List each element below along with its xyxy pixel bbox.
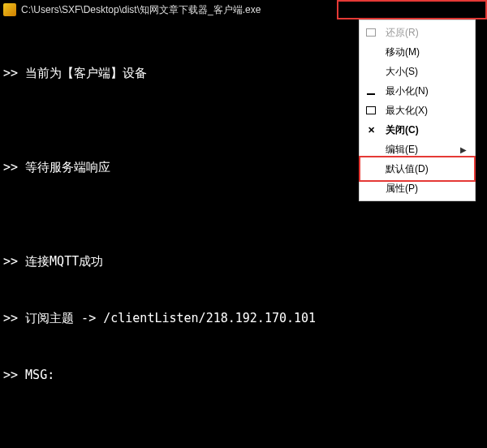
app-icon xyxy=(3,3,16,16)
menu-label: 还原(R) xyxy=(386,26,467,40)
maximize-icon xyxy=(364,104,377,117)
menu-label: 属性(P) xyxy=(386,182,467,196)
menu-item-close[interactable]: 关闭(C) xyxy=(360,120,475,140)
menu-item-defaults[interactable]: 默认值(D) xyxy=(360,159,475,179)
menu-item-maximize[interactable]: 最大化(X) xyxy=(360,101,475,120)
window-context-menu: 还原(R) 移动(M) 大小(S) 最小化(N) 最大化(X) 关闭(C) 编辑… xyxy=(359,19,476,201)
blank-icon xyxy=(364,45,377,58)
menu-label: 编辑(E) xyxy=(386,143,452,157)
blank-icon xyxy=(364,182,377,195)
menu-item-edit[interactable]: 编辑(E) ▶ xyxy=(360,140,475,159)
menu-label: 最小化(N) xyxy=(386,84,467,98)
menu-item-move[interactable]: 移动(M) xyxy=(360,42,475,62)
window-title: C:\Users\SXF\Desktop\dist\知网文章下载器_客户端.ex… xyxy=(21,3,261,17)
menu-item-minimize[interactable]: 最小化(N) xyxy=(360,81,475,101)
menu-label: 默认值(D) xyxy=(386,162,467,176)
menu-label: 大小(S) xyxy=(386,65,467,79)
chevron-right-icon: ▶ xyxy=(460,145,467,154)
console-line: >> MSG: xyxy=(3,366,484,385)
menu-item-restore: 还原(R) xyxy=(360,23,475,42)
blank-icon xyxy=(364,162,377,175)
menu-label: 关闭(C) xyxy=(386,123,467,137)
blank-icon xyxy=(364,65,377,78)
console-line: >> 订阅主题 -> /clientListen/218.192.170.101 xyxy=(3,309,484,328)
minimize-icon xyxy=(364,84,377,97)
menu-item-size[interactable]: 大小(S) xyxy=(360,62,475,81)
menu-label: 最大化(X) xyxy=(386,104,467,118)
menu-label: 移动(M) xyxy=(386,45,467,59)
titlebar[interactable]: C:\Users\SXF\Desktop\dist\知网文章下载器_客户端.ex… xyxy=(0,0,487,19)
close-icon xyxy=(364,123,377,136)
restore-icon xyxy=(364,26,377,39)
blank-icon xyxy=(364,143,377,156)
menu-item-properties[interactable]: 属性(P) xyxy=(360,179,475,198)
console-line: >> 连接MQTT成功 xyxy=(3,252,484,271)
